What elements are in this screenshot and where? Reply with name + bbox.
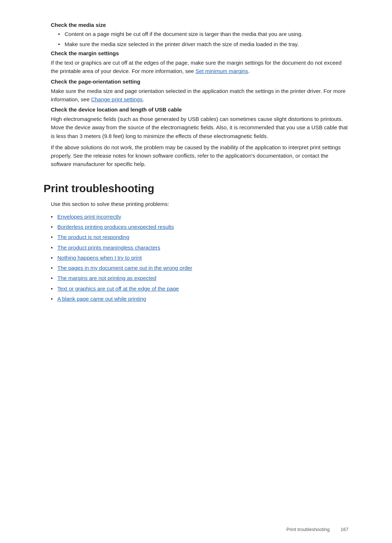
paragraph: If the text or graphics are cut off at t… [51,58,348,76]
troubleshooting-link[interactable]: Nothing happens when I try to print [57,255,142,261]
page-content: Check the media sizeContent on a page mi… [0,0,392,334]
troubleshooting-links-list: Envelopes print incorrectlyBorderless pr… [51,212,348,303]
section-check-page-orientation: Check the page-orientation settingMake s… [51,78,348,104]
troubleshooting-link[interactable]: Envelopes print incorrectly [57,214,121,220]
top-sections: Check the media sizeContent on a page mi… [51,22,348,169]
troubleshooting-link[interactable]: The pages in my document came out in the… [57,265,192,271]
list-item: A blank page came out while printing [51,295,348,303]
troubleshooting-link[interactable]: The product prints meaningless character… [57,244,160,251]
list-item: Content on a page might be cut off if th… [58,30,348,39]
list-item: Nothing happens when I try to print [51,254,348,262]
section-check-media-size: Check the media sizeContent on a page mi… [51,22,348,48]
inline-text: If the above solutions do not work, the … [51,144,341,167]
troubleshooting-link[interactable]: A blank page came out while printing [57,296,146,302]
inline-link[interactable]: Set minimum margins [196,68,248,74]
section-heading-check-margin: Check the margin settings [51,50,348,56]
list-item: Text or graphics are cut off at the edge… [51,284,348,293]
paragraph: Make sure the media size and page orient… [51,87,348,104]
list-item: The product is not responding [51,233,348,241]
footer-page-number: 167 [340,527,348,532]
paragraph: If the above solutions do not work, the … [51,143,348,169]
page-footer: Print troubleshooting 167 [286,527,348,532]
troubleshooting-link[interactable]: The product is not responding [57,234,129,240]
list-item: The margins are not printing as expected [51,274,348,282]
section-heading-check-device-location: Check the device location and length of … [51,106,348,113]
list-item: Make sure the media size selected in the… [58,40,348,49]
main-section-heading: Print troubleshooting [44,182,348,195]
list-item: Envelopes print incorrectly [51,212,348,221]
troubleshooting-link[interactable]: Borderless printing produces unexpected … [57,224,174,230]
section-heading-check-media-size: Check the media size [51,22,348,28]
section-heading-check-page-orientation: Check the page-orientation setting [51,78,348,85]
inline-link[interactable]: Change print settings [91,96,143,102]
list-item: Borderless printing produces unexpected … [51,223,348,231]
section-check-device-location: Check the device location and length of … [51,106,348,169]
intro-text: Use this section to solve these printing… [51,200,348,208]
list-item: The product prints meaningless character… [51,243,348,252]
footer-section-label: Print troubleshooting [286,527,330,532]
troubleshooting-link[interactable]: Text or graphics are cut off at the edge… [57,285,179,292]
list-item: The pages in my document came out in the… [51,264,348,272]
section-check-margin: Check the margin settingsIf the text or … [51,50,348,76]
main-section: Print troubleshootingUse this section to… [44,182,348,303]
inline-text: . [248,68,250,74]
paragraph: High electromagnetic fields (such as tho… [51,115,348,140]
inline-text: . [143,96,144,102]
bullet-list-check-media-size: Content on a page might be cut off if th… [58,30,348,48]
troubleshooting-link[interactable]: The margins are not printing as expected [57,275,156,281]
inline-text: High electromagnetic fields (such as tho… [51,116,348,139]
